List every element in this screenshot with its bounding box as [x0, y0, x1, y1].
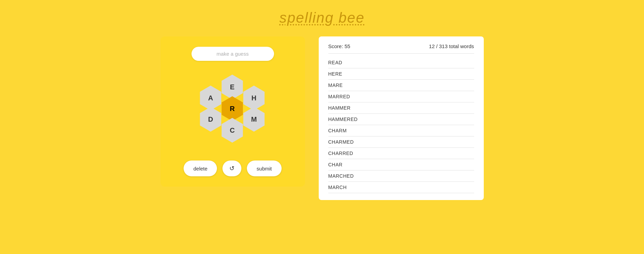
honeycomb: E H R M C D A: [195, 71, 271, 147]
words-list: READHEREMAREMARREDHAMMERHAMMEREDCHARMCHA…: [328, 57, 474, 193]
hex-e[interactable]: E: [220, 75, 245, 99]
hex-m[interactable]: M: [242, 107, 266, 132]
hex-r-center[interactable]: R: [220, 96, 245, 121]
delete-button[interactable]: delete: [184, 161, 217, 176]
hex-c[interactable]: C: [220, 118, 245, 143]
list-item: MARCH: [328, 182, 474, 193]
list-item: HERE: [328, 68, 474, 80]
action-buttons: delete ↺ submit: [184, 161, 281, 176]
list-item: CHARMED: [328, 136, 474, 148]
list-item: MARCHED: [328, 170, 474, 182]
results-header: Score: 55 12 / 313 total words: [328, 43, 474, 54]
page-title: spelling bee: [279, 10, 364, 26]
hex-h[interactable]: H: [242, 86, 266, 110]
list-item: CHARM: [328, 125, 474, 136]
guess-input[interactable]: make a guess: [192, 47, 274, 61]
hex-a[interactable]: A: [198, 86, 223, 110]
score-label: Score: 55: [328, 43, 350, 49]
list-item: CHAR: [328, 159, 474, 170]
results-panel: Score: 55 12 / 313 total words READHEREM…: [319, 36, 484, 200]
hex-d[interactable]: D: [198, 107, 223, 132]
list-item: HAMMER: [328, 102, 474, 114]
list-item: CHARRED: [328, 148, 474, 159]
main-content: make a guess E H R M C D A delete ↺ subm…: [0, 36, 644, 200]
shuffle-button[interactable]: ↺: [222, 161, 241, 176]
words-count-label: 12 / 313 total words: [429, 43, 474, 49]
list-item: MARE: [328, 80, 474, 91]
list-item: MARRED: [328, 91, 474, 102]
list-item: READ: [328, 57, 474, 68]
game-panel: make a guess E H R M C D A delete ↺ subm…: [161, 36, 305, 187]
submit-button[interactable]: submit: [247, 161, 281, 176]
list-item: HAMMERED: [328, 114, 474, 125]
